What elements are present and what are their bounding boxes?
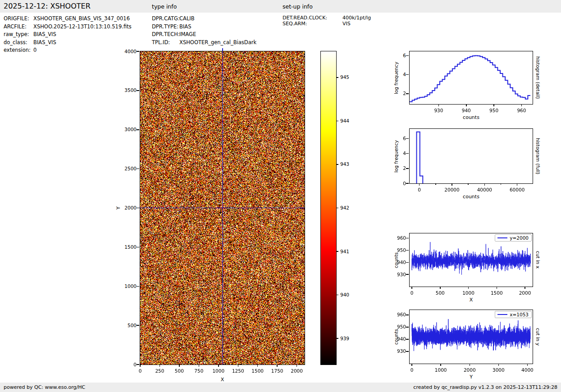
tick-mark [411, 287, 412, 289]
info-value: BIAS_VIS [33, 39, 56, 47]
info-label: DPR.CATG: [152, 15, 179, 23]
hist-full-x-axis-label: counts [410, 194, 533, 200]
info-row: extension:0 [4, 46, 132, 55]
tick-label: 930 [426, 108, 451, 113]
cut-in-x-plot: y=2000 counts cut in x X 050010001500200… [409, 233, 533, 287]
tick-mark [179, 365, 180, 367]
info-value: BIAS [179, 23, 191, 31]
tick-mark [517, 183, 518, 186]
tick-mark [419, 183, 420, 186]
tick-mark [406, 93, 409, 94]
info-value: XSHOOTER_gen_cal_BiasDark [179, 39, 256, 47]
cut-x-legend-label: y=2000 [510, 235, 529, 241]
tick-label: 940 [388, 336, 406, 342]
cut-x-side-label: cut in x [535, 233, 541, 287]
tick-label: 945 [340, 74, 349, 80]
tick-mark [406, 55, 409, 56]
tick-mark [406, 339, 409, 340]
tick-mark [137, 169, 139, 169]
cut-y-x-axis-label: Y [410, 374, 533, 380]
info-row: DPR.TECH:IMAGE [152, 31, 256, 39]
info-value: 0 [33, 46, 36, 55]
tick-label: 500 [428, 290, 453, 296]
tick-mark [218, 365, 219, 367]
tick-mark [493, 104, 494, 106]
tick-label: 950 [388, 324, 406, 330]
cut-x-x-axis-label: X [410, 297, 533, 303]
tick-mark [498, 364, 499, 366]
colorbar: 939940941942943944945 [320, 51, 337, 365]
tick-label: 0 [399, 367, 424, 373]
info-value: 400k/1pt/lg [342, 15, 371, 21]
tick-mark [336, 251, 338, 252]
info-value: BIAS_VIS [33, 31, 56, 39]
tick-label: 930 [388, 272, 406, 278]
info-row: DPR.CATG:CALIB [152, 15, 256, 23]
tick-mark [406, 183, 409, 184]
histogram-detail-canvas [410, 51, 533, 104]
tick-mark [336, 121, 338, 122]
bias-image-plot: Y X 025050075010001250150017502000050010… [140, 51, 305, 365]
tick-mark [199, 365, 200, 367]
tick-mark [406, 74, 409, 75]
tick-label: 944 [340, 118, 349, 124]
tick-mark [140, 365, 141, 367]
histogram-full-canvas [410, 129, 533, 183]
tick-label: 1000 [456, 290, 481, 296]
tick-label: 40000 [472, 187, 497, 192]
tick-label: 4 [388, 150, 406, 156]
tick-mark [137, 364, 139, 365]
tick-label: 4000 [119, 49, 137, 55]
tick-label: 1500 [484, 290, 509, 296]
header-bar: 2025-12-12: XSHOOTER type info set-up in… [0, 0, 561, 13]
tick-mark [137, 325, 139, 326]
hist-detail-x-axis-label: counts [410, 114, 533, 120]
tick-mark [435, 183, 436, 185]
tick-mark [406, 351, 409, 352]
tick-label: 2 [388, 165, 406, 171]
tick-mark [411, 364, 412, 366]
tick-label: 3500 [119, 87, 137, 93]
histogram-detail-plot: log frequency histogram (detail) counts … [409, 51, 533, 105]
tick-mark [137, 247, 139, 248]
info-value: XSHOO.2025-12-13T10:13:10.519.fits [33, 23, 132, 31]
info-value: CALIB [179, 15, 195, 23]
tick-mark [137, 208, 139, 209]
tick-label: 2000 [119, 205, 137, 211]
tick-mark [406, 262, 409, 263]
main-x-axis-label: X [140, 377, 305, 383]
tick-mark [406, 315, 409, 315]
tick-label: 1000 [428, 367, 453, 373]
tick-label: 2000 [512, 290, 538, 296]
info-row: TPL.ID:XSHOOTER_gen_cal_BiasDark [152, 39, 256, 47]
tick-label: 950 [388, 247, 406, 253]
tick-label: 0 [119, 362, 137, 368]
tick-mark [470, 364, 470, 366]
setup-info-heading: set-up info [283, 0, 313, 14]
legend-line-icon [497, 314, 507, 315]
tick-mark [406, 138, 409, 139]
tick-mark [336, 295, 338, 296]
hist-detail-side-label: histogram (detail) [535, 51, 541, 104]
tick-mark [277, 365, 278, 367]
tick-label: 6 [388, 136, 406, 141]
tick-label: 941 [340, 249, 349, 255]
info-value: IMAGE [179, 31, 196, 39]
tick-mark [468, 287, 469, 289]
tick-label: 960 [388, 312, 406, 318]
info-label: do_class: [4, 39, 33, 47]
tick-label: 940 [388, 260, 406, 265]
tick-label: 940 [454, 108, 479, 113]
info-row: do_class:BIAS_VIS [4, 39, 132, 47]
tick-mark [336, 77, 338, 78]
tick-mark [406, 274, 409, 275]
tick-label: 3000 [119, 127, 137, 132]
tick-label: 2000 [457, 367, 482, 373]
info-label: raw_type: [4, 31, 33, 39]
tick-mark [238, 365, 239, 367]
cut-x-legend: y=2000 [495, 234, 532, 242]
info-label: DPR.TYPE: [152, 23, 179, 31]
info-value: XSHOOTER_GEN_BIAS_VIS_347_0016 [33, 15, 130, 23]
info-row: ORIGFILE:XSHOOTER_GEN_BIAS_VIS_347_0016 [4, 15, 132, 23]
footer-bar: powered by QC: www.eso.org/HC created by… [0, 383, 561, 392]
